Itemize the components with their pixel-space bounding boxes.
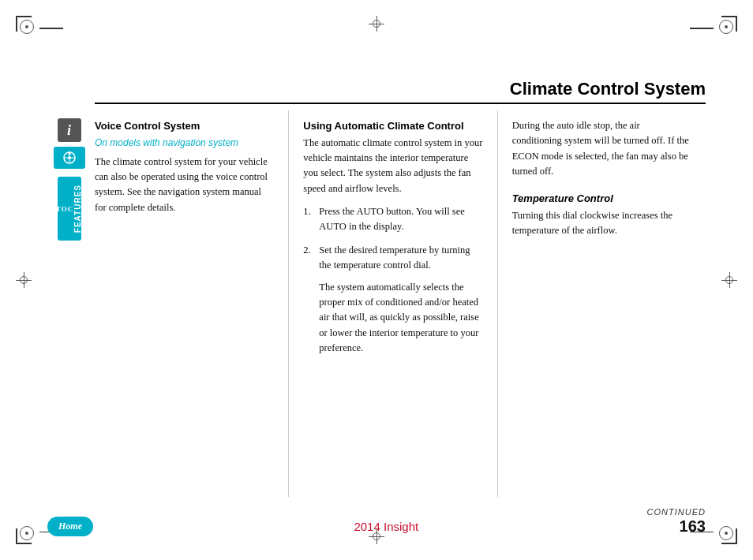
col1-body: The climate control system for your vehi… — [95, 155, 274, 216]
crosshair-circle-left — [20, 276, 28, 284]
crosshair-right — [721, 272, 737, 288]
col2-item3: The system automatically selects the pro… — [303, 280, 482, 357]
crosshair-top — [369, 16, 384, 32]
page-title: Climate Control System — [510, 79, 706, 99]
home-button[interactable]: Home — [47, 517, 93, 536]
col2-item2-text: Set the desired temperature by turning t… — [319, 243, 482, 274]
info-icon: i — [58, 118, 81, 142]
footer: Home 2014 Insight 163 — [47, 517, 706, 536]
info-icon-letter: i — [67, 122, 71, 139]
column-1: Voice Control System On models with navi… — [95, 110, 289, 497]
column-2: Using Automatic Climate Control The auto… — [289, 110, 497, 497]
home-label: Home — [58, 521, 82, 532]
corner-mark-bottom-left — [16, 521, 39, 544]
continued-text: CONTINUED — [647, 507, 706, 517]
corner-mark-bottom-right — [714, 521, 737, 544]
footer-title: 2014 Insight — [354, 520, 418, 533]
crosshair-left — [16, 272, 32, 288]
col3-heading2: Temperature Control — [512, 191, 691, 207]
col2-intro: The automatic climate control system in … — [303, 136, 482, 197]
col2-item1-text: Press the AUTO button. You will see AUTO… — [319, 204, 482, 235]
nav-icon-svg — [58, 150, 81, 166]
col3-body2: Turning this dial clockwise increases th… — [512, 208, 691, 239]
navigation-icon — [54, 147, 85, 169]
crosshair-circle-top — [373, 20, 380, 28]
svg-point-3 — [68, 156, 71, 159]
column-3: During the auto idle stop, the air condi… — [498, 110, 706, 497]
crosshair-circle-right — [725, 276, 733, 284]
page-number: 163 — [680, 517, 706, 536]
col1-subheading: On models with navigation system — [95, 136, 274, 150]
col2-item2-num: 2. — [303, 243, 316, 274]
col2-item2: 2. Set the desired temperature by turnin… — [303, 243, 482, 274]
tick-tr — [690, 28, 714, 29]
corner-dot-br — [725, 532, 728, 535]
page: Climate Control System i TOC Features Vo… — [0, 0, 753, 560]
toc-tab[interactable]: TOC Features — [58, 177, 81, 241]
corner-dot-tr — [725, 25, 728, 28]
tick-tl — [39, 28, 63, 29]
corner-mark-top-left — [16, 16, 39, 39]
col1-heading: Voice Control System — [95, 118, 274, 134]
content-area: Voice Control System On models with navi… — [95, 110, 706, 497]
features-label: Features — [73, 181, 82, 236]
col2-item1: 1. Press the AUTO button. You will see A… — [303, 204, 482, 235]
col2-item1-num: 1. — [303, 204, 316, 235]
page-title-bar: Climate Control System — [95, 79, 706, 104]
corner-mark-top-right — [714, 16, 737, 39]
col3-body1: During the auto idle stop, the air condi… — [512, 118, 691, 180]
toc-label: TOC — [56, 205, 73, 213]
col2-heading: Using Automatic Climate Control — [303, 118, 482, 134]
left-sidebar: i TOC Features — [47, 118, 91, 241]
corner-dot-bl — [25, 532, 28, 535]
corner-dot-tl — [25, 25, 28, 28]
